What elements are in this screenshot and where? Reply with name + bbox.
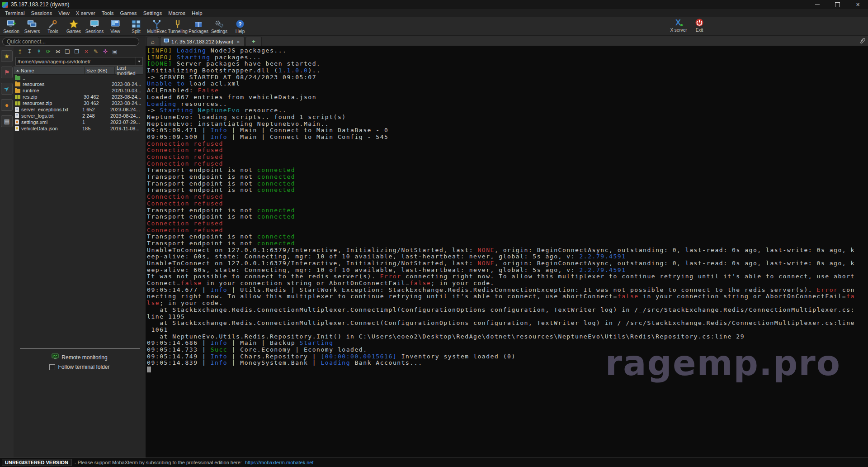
file-row[interactable]: .. [14,75,143,81]
terminal-cursor [147,367,151,372]
terminal-output[interactable]: [INFO] Loading NodeJS packages...[INFO] … [146,46,868,457]
path-bar[interactable]: /home/dywan/ragemp-srv/dotnet/ [15,57,143,66]
column-header-last-modified[interactable]: Last modified [115,67,143,74]
active-terminal-tab[interactable]: 17. 35.187.183.212 (dywan) [160,37,245,46]
close-button[interactable] [848,0,868,9]
toolbar-button-label: Exit [696,28,703,33]
terminal-line: Connection refused [147,141,868,148]
file-row[interactable]: server_logs.txt2 2482023-08-24... [14,113,143,119]
path-dropdown-icon[interactable] [136,57,142,65]
sidebar-tab-macros-plane[interactable]: ➤ [1,83,13,95]
tab-close-icon[interactable] [236,39,241,44]
tools-flag-icon: ⚑ [4,69,10,76]
file-toolbar-upload[interactable]: ↟ [34,48,43,56]
folder-up-icon [15,76,20,80]
svg-text:X: X [675,18,681,27]
toolbar-button-tools[interactable]: Tools [42,17,63,35]
status-message: - Please support MobaXterm by subscribin… [75,460,242,465]
follow-terminal-folder-checkbox[interactable] [49,364,55,370]
toolbar-button-split[interactable]: Split [126,17,146,35]
sessions-star-icon: ★ [4,53,10,59]
minimize-button[interactable] [807,0,827,9]
terminal-line: Connection refused [147,227,868,234]
file-toolbar-parent-folder[interactable]: ↥ [15,48,24,56]
menu-item-sessions[interactable]: Sessions [28,10,55,16]
file-row[interactable]: server_exceptions.txt1 6522023-08-24... [14,106,143,113]
upload-icon: ↟ [37,49,41,54]
file-row[interactable]: res.zip30 4622023-08-24... [14,94,143,100]
tab-bar: 17. 35.187.183.212 (dywan) [146,36,868,46]
sidebar-tab-sessions-star[interactable]: ★ [1,50,13,62]
menu-item-help[interactable]: Help [189,10,206,16]
quick-connect-input[interactable] [2,38,139,46]
menu-item-x-server[interactable]: X server [73,10,99,16]
file-toolbar-mail[interactable]: ✉ [53,48,62,56]
toolbar-button-games[interactable]: Games [63,17,84,35]
toolbar-button-multiexec[interactable]: MultiExec [146,17,167,35]
menu-item-games[interactable]: Games [117,10,140,16]
new-tab-button[interactable] [245,37,262,46]
sidebar-tab-notes-doc[interactable]: ▤ [1,115,13,127]
minimize-icon [815,5,820,5]
toolbar-button-x-server[interactable]: XX server [668,17,689,33]
terminal-line: Connection refused [147,161,868,167]
maximize-icon [835,2,840,7]
file-row[interactable]: resources.zip30 4622023-08-24... [14,100,143,106]
menu-item-terminal[interactable]: Terminal [2,10,28,16]
mail-icon: ✉ [56,49,60,54]
file-name: server_logs.txt [21,113,82,119]
terminal-line: Transport endpoint is not connected [147,187,868,194]
remote-monitoring-button[interactable]: Remote monitoring [14,353,146,362]
menu-item-tools[interactable]: Tools [99,10,117,16]
paperclip-icon[interactable] [859,37,866,46]
file-row[interactable]: resources2023-08-24... [14,81,143,87]
toolbar-button-servers[interactable]: Servers [22,17,42,35]
toolbar-button-help[interactable]: ?Help [230,17,250,35]
sidebar-separator [20,348,140,349]
toolbar-button-view[interactable]: View [105,17,126,35]
sidebar-tab-games-ball[interactable]: ● [1,99,13,111]
file-toolbar-new-file[interactable]: ❏ [63,48,72,56]
file-toolbar-copy[interactable]: ❐ [72,48,81,56]
svg-text:+: + [13,20,16,27]
file-modified: 2023-08-24... [112,81,143,87]
toolbar-button-session[interactable]: +Session [1,17,22,35]
file-toolbar-download[interactable]: ↧ [25,48,34,56]
menu-item-macros[interactable]: Macros [165,10,189,16]
maximize-button[interactable] [827,0,848,9]
window-controls [807,0,868,9]
home-tab[interactable] [146,37,159,46]
sidebar-tab-tools-flag[interactable]: ⚑ [1,67,13,78]
toolbar-button-exit[interactable]: Exit [689,17,710,33]
packages-icon [193,19,203,29]
menu-item-view[interactable]: View [55,10,73,16]
file-toolbar: ↥↧↟⟳✉❏❐✕✎✜▣ [14,47,146,57]
new-file-icon: ❏ [65,49,70,54]
file-size: 2 248 [82,113,110,119]
file-size: 30 462 [84,100,112,106]
column-header-size-kb-[interactable]: Size (KB) [85,67,115,74]
terminal-line: 09:05:14.839 | Info | MoneySystem.Bank |… [147,360,868,367]
menu-bar: TerminalSessionsViewX serverToolsGamesSe… [0,9,868,17]
terminal-line: 09:05:09.500 | Info | Main | Connect to … [147,134,868,141]
column-header-label: Size (KB) [86,68,107,73]
file-name: resources.zip [23,100,84,106]
toolbar-button-tunneling[interactable]: Tunneling [167,17,188,35]
file-row[interactable]: runtime2020-10-03... [14,87,143,94]
toolbar-button-packages[interactable]: Packages [188,17,209,35]
toolbar-button-sessions[interactable]: Sessions [84,17,105,35]
file-row[interactable]: vehicleData.json1852019-11-08... [14,125,143,132]
status-link[interactable]: https://mobaxterm.mobatek.net [245,460,314,465]
file-toolbar-pin[interactable]: ✜ [101,48,110,56]
menu-item-settings[interactable]: Settings [140,10,165,16]
terminal-line: eep-alive: 60s, state: Connecting, mgr: … [147,267,868,274]
column-header-label: Name [21,68,34,73]
toolbar-button-settings[interactable]: Settings [209,17,230,35]
file-row[interactable]: settings.xml12023-07-29... [14,119,143,125]
file-toolbar-delete[interactable]: ✕ [82,48,91,56]
file-name: settings.xml [21,119,82,125]
column-header-name[interactable]: Name [14,67,85,74]
file-toolbar-terminal[interactable]: ▣ [110,48,119,56]
file-toolbar-refresh[interactable]: ⟳ [44,48,53,56]
file-toolbar-edit[interactable]: ✎ [91,48,100,56]
